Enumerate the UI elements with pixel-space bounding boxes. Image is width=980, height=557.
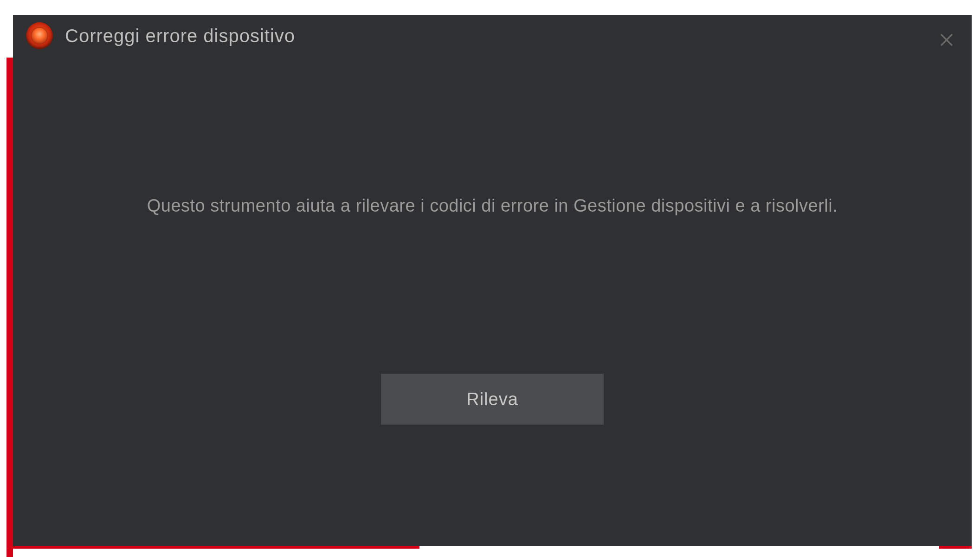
outer-frame: Correggi errore dispositivo Questo strum…	[6, 15, 972, 549]
dialog-description: Questo strumento aiuta a rilevare i codi…	[101, 196, 884, 216]
detect-button[interactable]: Rileva	[381, 374, 604, 425]
title-bar: Correggi errore dispositivo	[13, 15, 972, 57]
app-icon	[26, 22, 53, 49]
close-icon	[938, 32, 955, 48]
close-button[interactable]	[935, 29, 958, 51]
content-area: Questo strumento aiuta a rilevare i codi…	[13, 57, 972, 546]
accent-left-bar	[6, 58, 13, 557]
app-icon-inner	[32, 28, 47, 44]
fix-device-error-dialog: Correggi errore dispositivo Questo strum…	[13, 15, 972, 546]
dialog-title: Correggi errore dispositivo	[65, 26, 295, 46]
